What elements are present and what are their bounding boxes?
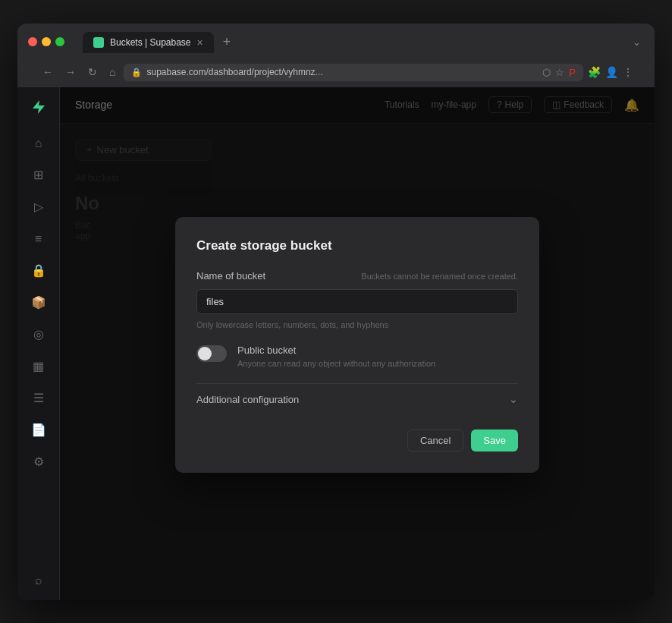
cancel-button[interactable]: Cancel	[407, 429, 463, 452]
modal-title: Create storage bucket	[196, 238, 518, 253]
bookmark-icon[interactable]: ⬡	[542, 67, 551, 78]
new-tab-button[interactable]: +	[217, 31, 237, 53]
chevron-down-icon: ⌄	[509, 393, 518, 405]
close-button[interactable]	[28, 37, 37, 46]
sidebar-item-home[interactable]: ⌂	[25, 130, 52, 157]
tab-title: Buckets | Supabase	[110, 37, 191, 48]
toggle-knob	[198, 347, 212, 360]
public-bucket-label: Public bucket	[237, 345, 435, 356]
sidebar-item-search[interactable]: ⌕	[25, 567, 52, 594]
extensions-icon[interactable]: 🧩	[588, 66, 601, 78]
active-tab[interactable]: Buckets | Supabase ×	[83, 32, 214, 53]
bucket-name-input[interactable]	[196, 289, 518, 314]
additional-config-label: Additional configuration	[196, 394, 299, 405]
home-button[interactable]: ⌂	[105, 65, 119, 80]
sidebar-item-table[interactable]: ⊞	[25, 162, 52, 189]
maximize-button[interactable]	[55, 37, 64, 46]
tab-close-button[interactable]: ×	[197, 36, 203, 49]
app-logo[interactable]	[28, 96, 49, 118]
star-icon[interactable]: ☆	[555, 67, 564, 78]
tab-favicon	[93, 37, 104, 48]
sidebar-item-storage[interactable]: 📦	[25, 289, 52, 316]
browser-menu-icon[interactable]: ⌄	[630, 33, 644, 51]
sidebar-item-database[interactable]: ≡	[25, 225, 52, 253]
sidebar-item-terminal[interactable]: ▷	[25, 194, 52, 221]
sidebar: ⌂ ⊞ ▷ ≡ 🔒 📦 ◎ ▦ ☰ 📄 ⚙ ⌕	[17, 87, 60, 600]
pocket-icon[interactable]: P	[569, 67, 576, 78]
modal-overlay: Create storage bucket Name of bucket Buc…	[60, 87, 655, 600]
browser-more-icon[interactable]: ⋮	[623, 66, 633, 78]
sidebar-item-auth[interactable]: 🔒	[25, 257, 52, 285]
profile-icon[interactable]: 👤	[605, 66, 618, 78]
forward-button[interactable]: →	[61, 65, 80, 80]
public-bucket-row: Public bucket Anyone can read any object…	[196, 345, 518, 368]
rename-hint: Buckets cannot be renamed once created.	[361, 272, 518, 281]
name-format-hint: Only lowercase letters, numbers, dots, a…	[196, 320, 518, 329]
url-text: supabase.com/dashboard/project/vyhmnz...	[146, 67, 538, 77]
public-bucket-toggle[interactable]	[196, 345, 227, 362]
back-button[interactable]: ←	[39, 65, 57, 80]
address-bar[interactable]: 🔒 supabase.com/dashboard/project/vyhmnz.…	[124, 64, 583, 81]
additional-config-section[interactable]: Additional configuration ⌄	[196, 383, 518, 414]
sidebar-item-realtime[interactable]: ◎	[25, 321, 52, 348]
sidebar-item-metrics[interactable]: ▦	[25, 353, 52, 380]
traffic-lights[interactable]	[28, 37, 64, 46]
sidebar-item-settings[interactable]: ⚙	[25, 448, 52, 476]
create-bucket-modal: Create storage bucket Name of bucket Buc…	[175, 217, 539, 473]
refresh-button[interactable]: ↻	[84, 65, 101, 80]
sidebar-item-docs[interactable]: 📄	[25, 417, 52, 444]
name-label: Name of bucket	[196, 270, 265, 282]
minimize-button[interactable]	[42, 37, 51, 46]
public-bucket-desc: Anyone can read any object without any a…	[237, 359, 435, 368]
sidebar-item-logs[interactable]: ☰	[25, 385, 52, 412]
save-button[interactable]: Save	[471, 429, 518, 452]
